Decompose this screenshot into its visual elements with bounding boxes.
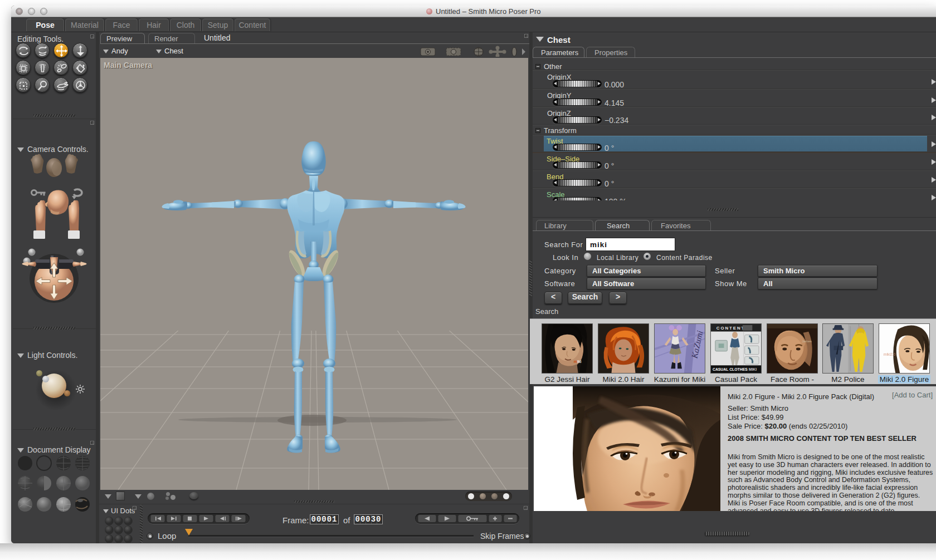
svg-text:CONTENT: CONTENT <box>716 326 745 331</box>
svg-text:James: James <box>802 340 812 343</box>
svg-text:miki: miki <box>574 360 582 363</box>
svg-text:CASUAL CLOTHES MIKI: CASUAL CLOTHES MIKI <box>713 367 757 371</box>
svg-text:miki2.0: miki2.0 <box>884 352 896 356</box>
